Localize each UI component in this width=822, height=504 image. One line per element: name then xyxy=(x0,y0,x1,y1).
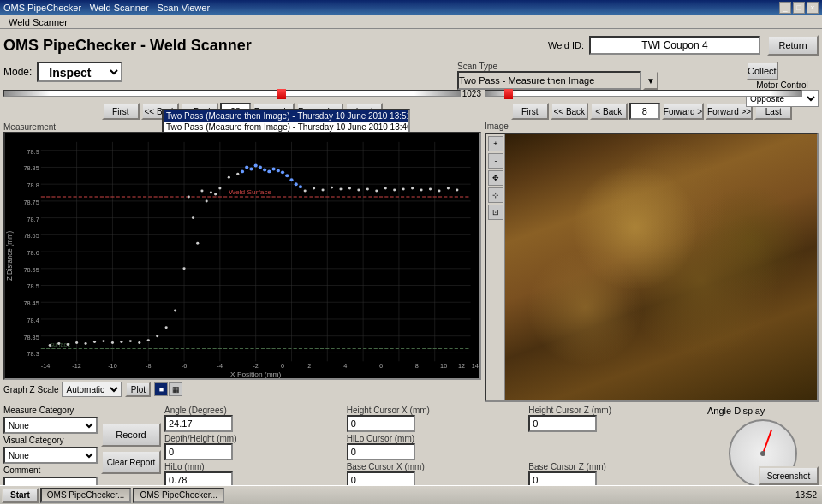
svg-point-62 xyxy=(331,187,333,189)
panels-row: 1023 First << Back < Back Forward > Forw… xyxy=(3,86,819,402)
plot-button[interactable]: Plot xyxy=(125,382,151,397)
title-bar-text: OMS PipeChecker - Weld Scanner - Scan Vi… xyxy=(3,3,210,13)
svg-point-81 xyxy=(259,165,262,169)
measure-category-select[interactable]: None xyxy=(3,417,98,434)
height-cursor-z-input[interactable] xyxy=(528,415,597,432)
img-forward-button[interactable]: Forward > xyxy=(662,103,704,120)
scan-type-section: Scan Type ▼ xyxy=(457,62,658,90)
svg-point-105 xyxy=(120,341,122,343)
svg-text:78.75: 78.75 xyxy=(23,199,39,206)
svg-point-59 xyxy=(304,190,307,193)
svg-text:78.55: 78.55 xyxy=(23,267,39,274)
graph-z-scale-label: Graph Z Scale xyxy=(3,385,58,394)
clear-report-button[interactable]: Clear Report xyxy=(101,450,161,474)
svg-point-95 xyxy=(200,190,203,193)
taskbar-clock: 13:52 xyxy=(792,490,820,500)
collect-button[interactable]: Collect xyxy=(746,62,778,80)
collect-motor-section: Collect Motor Control Opposite xyxy=(746,62,819,107)
depth-height-input[interactable] xyxy=(164,443,233,460)
graph-z-scale-select[interactable]: Automatic xyxy=(62,382,122,397)
mode-dropdown[interactable]: Inspect xyxy=(37,62,122,82)
svg-point-77 xyxy=(241,169,244,173)
svg-text:6: 6 xyxy=(379,363,383,370)
svg-point-69 xyxy=(393,189,396,192)
svg-point-111 xyxy=(67,343,69,346)
weld-image xyxy=(486,134,817,400)
measurement-slider-thumb[interactable] xyxy=(277,89,286,99)
svg-point-64 xyxy=(348,187,351,190)
svg-point-99 xyxy=(174,310,176,312)
svg-text:-4: -4 xyxy=(217,363,223,370)
weld-id-input[interactable] xyxy=(589,36,760,55)
plot-type-btn-line[interactable]: ▦ xyxy=(169,382,182,396)
svg-point-108 xyxy=(93,341,96,343)
measurement-slider-row: 1023 xyxy=(3,86,481,101)
img-first-button[interactable]: First xyxy=(511,103,549,120)
weld-id-label: Weld ID: xyxy=(548,40,584,50)
img-back-button[interactable]: < Back xyxy=(590,103,628,120)
plot-type-btn-scatter[interactable]: ■ xyxy=(154,382,168,396)
taskbar: Start OMS PipeChecker... OMS PipeChecker… xyxy=(0,485,822,504)
select-tool[interactable]: ⊹ xyxy=(488,187,503,203)
scan-type-input[interactable] xyxy=(457,71,641,90)
meas-first-button[interactable]: First xyxy=(102,103,140,120)
image-toolbar: + - ✥ ⊹ ⊡ xyxy=(486,134,505,400)
svg-point-73 xyxy=(429,188,432,191)
svg-point-80 xyxy=(254,164,258,168)
measure-tool[interactable]: ⊡ xyxy=(488,205,503,220)
visual-category-select[interactable]: None xyxy=(3,447,98,464)
minimize-button[interactable]: _ xyxy=(779,2,791,14)
height-cursor-x-input[interactable] xyxy=(347,415,415,432)
scan-type-dropdown-btn[interactable]: ▼ xyxy=(643,71,658,90)
pan-tool[interactable]: ✥ xyxy=(488,170,503,186)
angle-item: Angle (Degrees) xyxy=(164,406,340,432)
visual-category-label: Visual Category xyxy=(3,436,98,445)
angle-input[interactable] xyxy=(164,415,233,432)
taskbar-item-0[interactable]: OMS PipeChecker... xyxy=(40,488,132,503)
empty-item-1 xyxy=(528,434,704,460)
height-cursor-z-label: Height Cursor Z (mm) xyxy=(528,406,704,415)
return-button[interactable]: Return xyxy=(767,35,819,56)
angle-center-dot xyxy=(760,451,765,456)
zoom-out-tool[interactable]: - xyxy=(488,153,503,169)
svg-point-65 xyxy=(357,189,360,192)
maximize-button[interactable]: □ xyxy=(793,2,805,14)
session-item-0[interactable]: Two Pass (Measure then Image) - Thursday… xyxy=(164,110,408,122)
svg-point-115 xyxy=(206,199,208,202)
svg-point-90 xyxy=(299,185,302,188)
taskbar-item-1[interactable]: OMS PipeChecker... xyxy=(133,488,224,503)
svg-text:78.3: 78.3 xyxy=(27,352,39,359)
chart-area[interactable]: 78.9 78.85 78.8 78.75 78.7 78.65 78.6 78… xyxy=(3,132,481,380)
svg-text:14: 14 xyxy=(472,363,479,370)
record-button[interactable]: Record xyxy=(101,423,161,447)
svg-point-97 xyxy=(196,242,199,245)
hilo-cursor-input[interactable] xyxy=(347,443,415,460)
svg-text:-2: -2 xyxy=(253,363,259,370)
svg-point-100 xyxy=(165,326,168,329)
close-button[interactable]: × xyxy=(807,2,819,14)
svg-point-70 xyxy=(402,188,405,191)
chart-svg: 78.9 78.85 78.8 78.75 78.7 78.65 78.6 78… xyxy=(5,133,480,378)
menu-item-weld-scanner[interactable]: Weld Scanner xyxy=(3,17,73,27)
svg-point-68 xyxy=(384,187,387,190)
img-back-back-button[interactable]: << Back xyxy=(551,103,588,120)
menu-bar: Weld Scanner xyxy=(0,15,822,29)
svg-point-71 xyxy=(411,187,414,190)
svg-point-116 xyxy=(214,193,217,196)
svg-point-109 xyxy=(85,342,87,345)
image-slider-track[interactable] xyxy=(485,90,802,97)
svg-point-87 xyxy=(285,174,289,177)
start-button[interactable]: Start xyxy=(2,488,39,503)
zoom-in-tool[interactable]: + xyxy=(488,136,503,151)
svg-point-86 xyxy=(281,170,284,174)
depth-height-item: Depth/Height (mm) xyxy=(164,434,340,460)
img-current-input[interactable] xyxy=(629,103,660,120)
angle-label: Angle (Degrees) xyxy=(164,406,340,415)
image-slider-thumb[interactable] xyxy=(504,89,513,99)
height-cursor-z-item: Height Cursor Z (mm) xyxy=(528,406,704,432)
svg-point-82 xyxy=(263,168,266,171)
svg-text:8: 8 xyxy=(415,363,419,370)
screenshot-button[interactable]: Screenshot xyxy=(759,466,819,485)
measurement-slider-track[interactable] xyxy=(3,90,461,97)
svg-point-112 xyxy=(57,342,60,345)
